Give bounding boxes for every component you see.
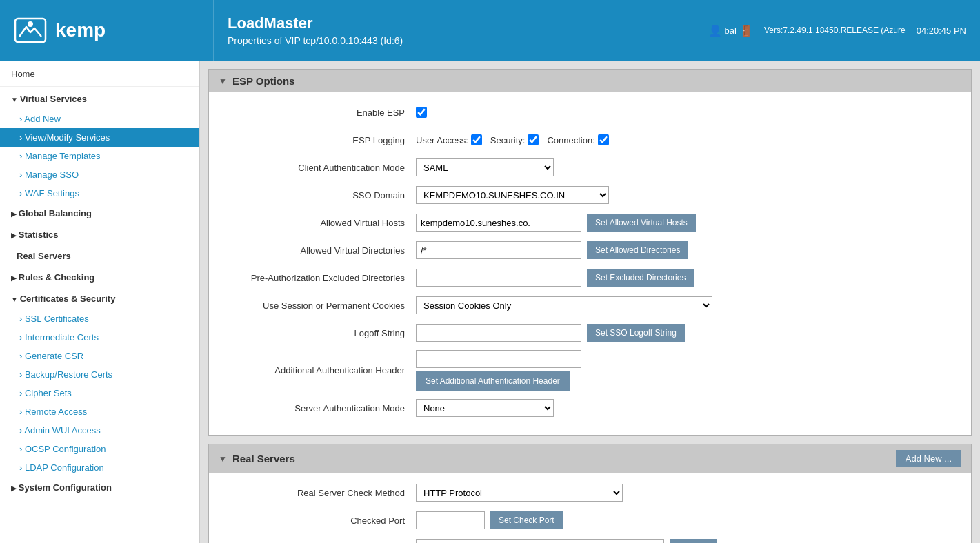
sidebar-item-waf-settings[interactable]: WAF Settings: [0, 184, 199, 203]
client-auth-mode-control: SAML Form Based Basic Auth Kerberos NTLM: [416, 158, 554, 176]
sidebar-item-cipher-sets[interactable]: Cipher Sets: [0, 384, 199, 402]
sidebar-item-ssl-certs[interactable]: SSL Certificates: [0, 309, 199, 328]
header-right: 👤 bal 🚪 Vers:7.2.49.1.18450.RELEASE (Azu…: [694, 0, 980, 61]
sidebar-section-global-balancing[interactable]: Global Balancing: [0, 203, 199, 224]
real-servers-section-title: Real Servers: [232, 453, 295, 464]
user-access-checkbox[interactable]: [471, 134, 482, 145]
header: LoadMaster kemp LoadMaster Properties of…: [0, 0, 980, 61]
set-url-button[interactable]: Set URL: [670, 539, 717, 543]
sidebar-item-manage-templates[interactable]: Manage Templates: [0, 147, 199, 165]
sidebar: Home Virtual Services Add New View/Modif…: [0, 61, 200, 543]
sidebar-section-rules-checking[interactable]: Rules & Checking: [0, 267, 199, 288]
logoff-string-row: Logoff String Set SSO Logoff String: [223, 322, 957, 343]
set-allowed-vhosts-button[interactable]: Set Allowed Virtual Hosts: [587, 214, 696, 232]
add-new-real-server-button[interactable]: Add New ...: [896, 450, 961, 467]
logoff-string-control: Set SSO Logoff String: [416, 324, 685, 342]
logoff-string-input[interactable]: [416, 324, 581, 342]
additional-auth-row: Additional Authentication Header Set Add…: [223, 350, 957, 391]
connection-item: Connection:: [547, 134, 608, 145]
sidebar-item-backup-restore-certs[interactable]: Backup/Restore Certs: [0, 365, 199, 384]
check-method-row: Real Server Check Method HTTP Protocol T…: [223, 482, 957, 503]
allowed-dirs-label: Allowed Virtual Directories: [223, 245, 416, 256]
set-allowed-dirs-button[interactable]: Set Allowed Directories: [587, 241, 688, 259]
sso-domain-label: SSO Domain: [223, 190, 416, 201]
sso-domain-row: SSO Domain KEMPDEMO10.SUNESHES.CO.IN: [223, 185, 957, 205]
sidebar-item-generate-csr[interactable]: Generate CSR: [0, 347, 199, 365]
divider: [0, 86, 199, 87]
allowed-dirs-input[interactable]: [416, 241, 581, 259]
user-access-label: User Access:: [416, 135, 468, 145]
set-check-port-button[interactable]: Set Check Port: [490, 511, 563, 529]
kemp-logo-icon: [14, 17, 47, 43]
real-servers-section-header[interactable]: ▼ Real Servers Add New ...: [209, 444, 971, 473]
esp-logging-row: ESP Logging User Access: Security: Conne…: [223, 130, 957, 150]
url-input[interactable]: [416, 539, 664, 543]
sidebar-section-statistics[interactable]: Statistics: [0, 224, 199, 245]
user-icon: 👤: [708, 24, 722, 37]
security-label: Security:: [490, 135, 526, 145]
security-item: Security:: [490, 134, 539, 145]
set-additional-auth-button[interactable]: Set Additional Authentication Header: [416, 371, 570, 391]
sidebar-item-ocsp[interactable]: OCSP Configuration: [0, 440, 199, 458]
checked-port-control: Set Check Port: [416, 511, 563, 529]
session-cookies-label: Use Session or Permanent Cookies: [223, 300, 416, 311]
check-method-label: Real Server Check Method: [223, 488, 416, 498]
sidebar-item-intermediate-certs[interactable]: Intermediate Certs: [0, 328, 199, 347]
esp-options-section: ▼ ESP Options Enable ESP ESP Logging: [208, 69, 972, 436]
check-method-control: HTTP Protocol TCP ICMP None: [416, 484, 623, 502]
checked-port-input[interactable]: [416, 511, 485, 529]
user-access-item: User Access:: [416, 134, 482, 145]
security-checkbox[interactable]: [528, 134, 539, 145]
sso-domain-select[interactable]: KEMPDEMO10.SUNESHES.CO.IN: [416, 186, 609, 204]
esp-logging-control: User Access: Security: Connection:: [416, 134, 609, 145]
server-auth-mode-label: Server Authentication Mode: [223, 403, 416, 413]
server-auth-mode-control: None Certificate SAML: [416, 399, 554, 417]
session-cookies-select[interactable]: Session Cookies Only Permanent Cookies: [416, 296, 712, 314]
esp-logging-label: ESP Logging: [223, 135, 416, 145]
logout-icon[interactable]: 🚪: [739, 24, 753, 37]
session-cookies-control: Session Cookies Only Permanent Cookies: [416, 296, 712, 314]
session-cookies-row: Use Session or Permanent Cookies Session…: [223, 295, 957, 316]
connection-checkbox[interactable]: [598, 134, 609, 145]
kemp-brand: kemp: [55, 19, 106, 41]
esp-section-title: ESP Options: [232, 75, 295, 87]
pre-auth-excluded-label: Pre-Authorization Excluded Directories: [223, 273, 416, 283]
server-auth-mode-select[interactable]: None Certificate SAML: [416, 399, 554, 417]
connection-label: Connection:: [547, 135, 594, 145]
sidebar-item-add-new[interactable]: Add New: [0, 110, 199, 128]
sidebar-item-ldap[interactable]: LDAP Configuration: [0, 458, 199, 477]
additional-auth-input[interactable]: [416, 350, 581, 368]
url-control: Set URL: [416, 539, 717, 543]
sidebar-item-manage-sso[interactable]: Manage SSO: [0, 165, 199, 184]
sidebar-section-system-config[interactable]: System Configuration: [0, 477, 199, 498]
client-auth-mode-label: Client Authentication Mode: [223, 163, 416, 173]
allowed-vhosts-input[interactable]: [416, 214, 581, 232]
username: bal: [725, 25, 737, 36]
main-content: ▼ ESP Options Enable ESP ESP Logging: [200, 61, 980, 543]
sidebar-item-remote-access[interactable]: Remote Access: [0, 402, 199, 421]
client-auth-mode-select[interactable]: SAML Form Based Basic Auth Kerberos NTLM: [416, 158, 554, 176]
clock-time: 04:20:45 PN: [917, 25, 966, 36]
allowed-dirs-row: Allowed Virtual Directories Set Allowed …: [223, 240, 957, 260]
sso-domain-control: KEMPDEMO10.SUNESHES.CO.IN: [416, 186, 609, 204]
check-method-select[interactable]: HTTP Protocol TCP ICMP None: [416, 484, 623, 502]
set-sso-logoff-button[interactable]: Set SSO Logoff String: [587, 324, 685, 342]
sidebar-item-admin-wui[interactable]: Admin WUI Access: [0, 421, 199, 440]
sidebar-item-view-modify[interactable]: View/Modify Services: [0, 128, 199, 147]
sidebar-item-real-servers[interactable]: Real Servers: [0, 245, 199, 267]
pre-auth-excluded-input[interactable]: [416, 269, 581, 287]
esp-section-header[interactable]: ▼ ESP Options: [209, 70, 971, 92]
sidebar-section-virtual-services[interactable]: Virtual Services: [0, 88, 199, 110]
real-servers-collapse-icon[interactable]: ▼: [219, 454, 227, 464]
main-layout: Home Virtual Services Add New View/Modif…: [0, 61, 980, 543]
client-auth-mode-row: Client Authentication Mode SAML Form Bas…: [223, 157, 957, 178]
set-excluded-dirs-button[interactable]: Set Excluded Directories: [587, 269, 694, 287]
sidebar-section-certs-security[interactable]: Certificates & Security: [0, 288, 199, 309]
real-servers-section: ▼ Real Servers Add New ... Real Server C…: [208, 444, 972, 543]
sidebar-home[interactable]: Home: [0, 63, 199, 85]
enable-esp-checkbox[interactable]: [416, 107, 427, 118]
esp-collapse-icon[interactable]: ▼: [219, 76, 227, 86]
header-main: LoadMaster Properties of VIP tcp/10.0.0.…: [214, 0, 694, 61]
user-info: 👤 bal 🚪: [708, 24, 753, 37]
logoff-string-label: Logoff String: [223, 328, 416, 338]
